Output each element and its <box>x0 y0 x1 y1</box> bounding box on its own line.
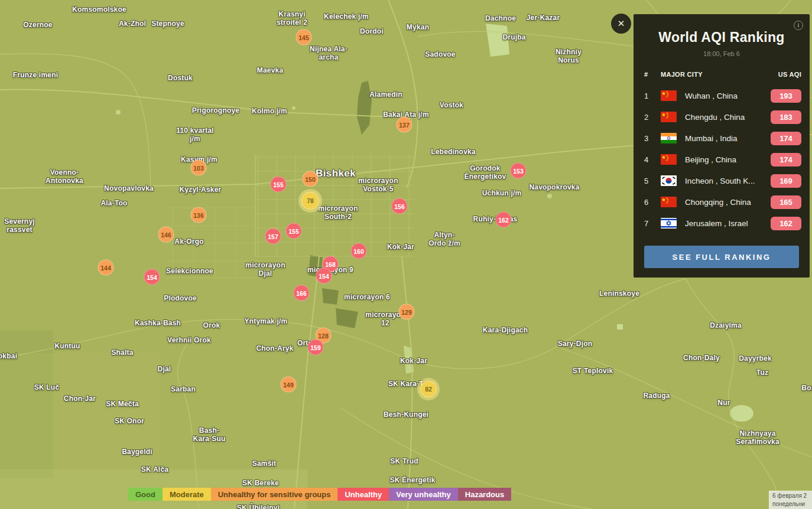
aqi-badge: 169 <box>771 174 801 188</box>
rank-number: 7 <box>644 219 661 228</box>
map-label: Sarban <box>171 385 196 393</box>
aqi-badge: 174 <box>771 153 801 167</box>
date-tooltip: 6 февраля 2 понедельни <box>769 491 812 509</box>
map-label: Chon-Aryk <box>256 344 293 353</box>
map-label: Dachnoe <box>485 14 516 22</box>
city-name: Chongqing , China <box>685 198 771 207</box>
map-label: Navopokrovka <box>529 183 579 191</box>
map-label: Kolmo j/m <box>252 107 287 115</box>
cn-flag-icon <box>661 112 677 122</box>
ranking-row[interactable]: 4 Beijing , China174 <box>644 149 801 170</box>
col-city: MAJOR CITY <box>661 71 778 78</box>
ranking-row[interactable]: 3 Mumbai , India174 <box>644 128 801 149</box>
aqi-marker[interactable]: 82 <box>420 381 437 397</box>
map-label: SK Luč <box>34 383 60 391</box>
legend-unhealthy: Unhealthy <box>337 488 389 501</box>
map-label: SK Alča <box>141 465 168 474</box>
map-label: Prigorognoye <box>192 106 239 115</box>
map-label: Chon-Daly <box>683 354 720 362</box>
map-label: Kelechek j/m <box>324 12 369 21</box>
map-label: Dostuk <box>168 74 193 82</box>
aqi-marker[interactable]: 103 <box>191 160 207 176</box>
map-label: Novopavlovka <box>104 184 154 192</box>
cn-flag-icon <box>661 154 677 165</box>
aqi-marker[interactable]: 145 <box>296 30 312 45</box>
map-label: microrayon Vostok-5 <box>358 177 398 193</box>
ranking-row[interactable]: 7 Jerusalem , Israel162 <box>644 213 801 234</box>
info-icon[interactable]: i <box>794 21 803 30</box>
legend-very-unhealthy: Very unhealthy <box>389 488 457 501</box>
aqi-marker[interactable]: 155 <box>271 177 287 192</box>
map-label: Stepnoye <box>151 19 184 28</box>
aqi-badge: 183 <box>771 110 801 124</box>
map-label: Dzaiylma <box>710 321 742 329</box>
ranking-row[interactable]: 2 Chengdu , China183 <box>644 106 801 128</box>
map-label: Severnyj rassvet <box>4 217 35 234</box>
aqi-marker[interactable]: 137 <box>397 117 413 133</box>
in-flag-icon <box>661 133 677 143</box>
aqi-marker[interactable]: 78 <box>301 192 319 210</box>
city-name: Chengdu , China <box>685 113 771 122</box>
map-label: Plodovoe <box>164 294 197 302</box>
map-label: Nijnea Ala- archa <box>310 45 347 61</box>
aqi-badge: 193 <box>771 89 801 103</box>
city-name: Jerusalem , Israel <box>685 219 771 228</box>
map-label: Dordoi <box>360 27 384 35</box>
weekday-line: понедельни <box>772 500 812 508</box>
map-label: Baygeldi <box>122 448 152 456</box>
map-label: Jer-Kazar <box>527 14 560 22</box>
map-label: Vostok <box>440 101 463 109</box>
map-label: okbai <box>0 352 17 360</box>
ranking-row[interactable]: 6 Chongqing , China165 <box>644 191 801 213</box>
map-label: Krasnyi stroitel 2 <box>277 10 307 27</box>
panel-title: World AQI Ranking <box>634 30 810 45</box>
aqi-marker[interactable]: 144 <box>98 260 114 276</box>
aqi-marker[interactable]: 154 <box>316 268 332 284</box>
see-full-ranking-button[interactable]: SEE FULL RANKING <box>644 246 799 268</box>
aqi-badge: 165 <box>771 195 801 209</box>
ranking-row[interactable]: 1 Wuhan , China193 <box>644 85 801 106</box>
city-name: Mumbai , India <box>685 134 771 143</box>
legend-unhealthy-for-sensitive-groups: Unhealthy for sensitive groups <box>211 488 338 501</box>
col-aqi: US AQI <box>778 71 801 78</box>
aqi-marker[interactable]: 156 <box>392 198 408 214</box>
map-label: Besh-Kungei <box>384 410 428 419</box>
rank-number: 3 <box>644 134 661 143</box>
map-label: Yntymak j/m <box>245 317 288 325</box>
aqi-marker[interactable]: 153 <box>511 163 527 179</box>
map-label: Bos <box>801 384 812 392</box>
close-icon: ✕ <box>618 18 625 29</box>
air-quality-map-app: KomsomolskoeOzernoeAk-ZholStepnoyeKrasny… <box>0 0 812 509</box>
map-label: microrayon South-2 <box>318 204 358 221</box>
close-panel-button[interactable]: ✕ <box>611 14 631 34</box>
aqi-marker[interactable]: 160 <box>351 243 367 259</box>
aqi-marker[interactable]: 136 <box>191 207 207 223</box>
rank-number: 5 <box>644 177 661 185</box>
aqi-marker[interactable]: 149 <box>281 377 297 393</box>
map-label: SK Onor <box>115 417 144 425</box>
map-label: Mykan <box>407 23 429 31</box>
aqi-marker[interactable]: 166 <box>294 285 310 301</box>
aqi-marker[interactable]: 150 <box>303 171 319 187</box>
aqi-marker[interactable]: 155 <box>286 223 302 239</box>
aqi-marker[interactable]: 154 <box>144 269 160 285</box>
aqi-marker[interactable]: 146 <box>158 227 174 243</box>
map-label: Voenno- Antonovka <box>46 168 83 185</box>
ranking-row[interactable]: 5 Incheon , South K...169 <box>644 170 801 191</box>
aqi-marker[interactable]: 157 <box>265 229 281 244</box>
col-rank: # <box>644 71 661 78</box>
kr-flag-icon <box>661 175 677 186</box>
map-label: Kashka-Bash <box>135 319 181 327</box>
legend-good: Good <box>128 488 163 501</box>
cn-flag-icon <box>661 197 677 207</box>
map-label: Orok <box>203 321 220 329</box>
rank-number: 6 <box>644 198 661 207</box>
map-label: Kara-Djigach <box>483 326 528 334</box>
map-label: SK Énergetik <box>389 476 435 484</box>
panel-timestamp: 18:00, Feb 6 <box>634 50 810 57</box>
aqi-legend: GoodModerateUnhealthy for sensitive grou… <box>128 488 511 501</box>
aqi-marker[interactable]: 162 <box>496 212 512 228</box>
aqi-marker[interactable]: 159 <box>308 340 324 355</box>
aqi-marker[interactable]: 129 <box>399 304 415 320</box>
map-label: Uchkun j/m <box>482 189 522 197</box>
